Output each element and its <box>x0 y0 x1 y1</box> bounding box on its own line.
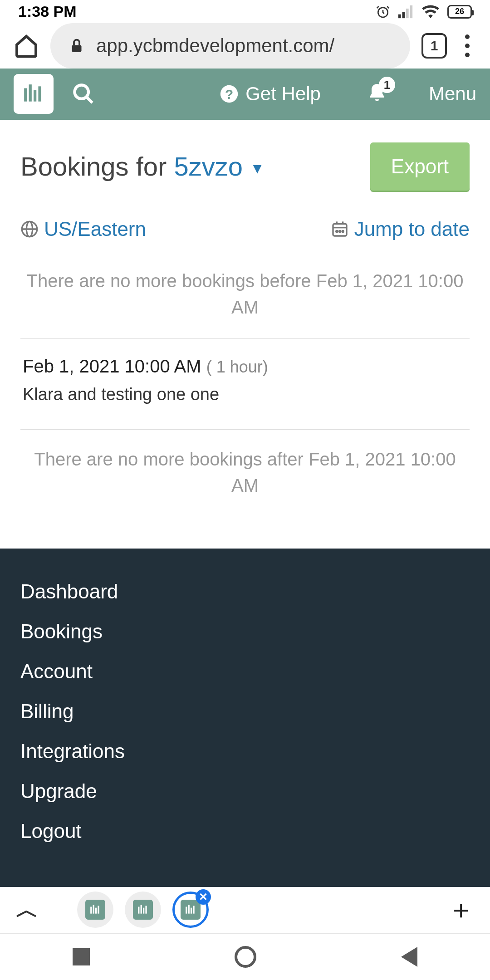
bars-logo-icon <box>137 904 149 916</box>
svg-rect-2 <box>402 12 405 18</box>
jump-to-date-link[interactable]: Jump to date <box>331 218 470 240</box>
alarm-icon <box>376 5 390 19</box>
export-button[interactable]: Export <box>370 142 470 191</box>
svg-rect-28 <box>138 907 139 914</box>
svg-rect-32 <box>186 907 187 914</box>
url-bar[interactable]: app.ycbmdevelopment.com/ <box>50 23 410 69</box>
url-text: app.ycbmdevelopment.com/ <box>96 35 334 57</box>
page-content: Bookings for 5zvzo ▼ Export US/Eastern J… <box>0 120 490 508</box>
svg-rect-9 <box>38 87 41 102</box>
notification-badge: 1 <box>379 77 395 93</box>
svg-point-22 <box>339 230 340 232</box>
android-back[interactable] <box>401 947 417 967</box>
jump-label: Jump to date <box>354 218 470 240</box>
footer-link-billing[interactable]: Billing <box>20 700 470 723</box>
tab-count-button[interactable]: 1 <box>421 33 447 59</box>
booking-item[interactable]: Feb 1, 2021 10:00 AM ( 1 hour) Klara and… <box>20 339 470 430</box>
expand-tabs-icon[interactable]: ︿ <box>16 895 39 925</box>
notifications-button[interactable]: 1 <box>366 82 388 106</box>
timezone-label: US/Eastern <box>44 218 146 240</box>
svg-rect-33 <box>188 905 190 914</box>
browser-tab-active[interactable]: ✕ <box>172 892 209 928</box>
chevron-down-icon: ▼ <box>250 160 265 176</box>
timezone-link[interactable]: US/Eastern <box>20 218 146 240</box>
footer-link-bookings[interactable]: Bookings <box>20 620 470 643</box>
svg-rect-3 <box>406 8 409 18</box>
browser-tab-2[interactable] <box>125 892 161 928</box>
calendar-icon <box>331 220 349 238</box>
svg-rect-8 <box>34 90 36 102</box>
page-title: Bookings for 5zvzo ▼ <box>20 151 265 181</box>
android-home[interactable] <box>235 946 256 968</box>
svg-rect-30 <box>143 908 144 914</box>
footer-link-logout[interactable]: Logout <box>20 820 470 843</box>
lock-icon <box>69 38 85 54</box>
get-help-link[interactable]: ? Get Help <box>220 83 321 105</box>
android-nav-bar <box>0 934 490 980</box>
svg-rect-24 <box>90 907 92 914</box>
svg-rect-1 <box>398 14 401 18</box>
footer-link-upgrade[interactable]: Upgrade <box>20 780 470 803</box>
status-time: 1:38 PM <box>18 3 77 20</box>
empty-before-message: There are no more bookings before Feb 1,… <box>20 268 470 329</box>
svg-rect-26 <box>95 908 97 914</box>
booking-description: Klara and testing one one <box>23 385 467 404</box>
browser-bar: app.ycbmdevelopment.com/ 1 <box>0 23 490 69</box>
svg-point-21 <box>336 230 337 232</box>
booking-duration: ( 1 hour) <box>206 358 268 376</box>
browser-menu-icon[interactable] <box>458 34 476 57</box>
svg-rect-29 <box>141 905 142 914</box>
footer-link-integrations[interactable]: Integrations <box>20 740 470 763</box>
svg-point-23 <box>342 230 343 232</box>
globe-icon <box>20 220 39 238</box>
svg-rect-27 <box>98 906 99 914</box>
svg-rect-31 <box>145 906 147 914</box>
app-header: ? Get Help 1 Menu <box>0 69 490 120</box>
help-icon: ? <box>220 84 239 103</box>
battery-level: 26 <box>455 7 464 16</box>
close-tab-icon[interactable]: ✕ <box>196 889 211 905</box>
battery-indicator: 26 <box>447 5 472 19</box>
svg-line-11 <box>87 97 93 103</box>
svg-rect-34 <box>191 908 192 914</box>
browser-tab-1[interactable] <box>77 892 113 928</box>
svg-rect-35 <box>193 906 194 914</box>
help-label: Get Help <box>245 83 321 105</box>
menu-button[interactable]: Menu <box>429 83 476 105</box>
svg-rect-7 <box>29 85 32 102</box>
bars-logo-icon <box>89 904 101 916</box>
svg-point-10 <box>75 85 88 99</box>
svg-rect-4 <box>410 5 413 18</box>
status-bar: 1:38 PM 26 <box>0 0 490 23</box>
status-icons: 26 <box>376 5 472 19</box>
title-prefix: Bookings for <box>20 152 174 181</box>
android-recent-apps[interactable] <box>73 948 90 965</box>
empty-after-message: There are no more bookings after Feb 1, … <box>20 446 470 508</box>
signal-icon <box>398 5 414 19</box>
svg-rect-25 <box>93 905 94 914</box>
footer-link-account[interactable]: Account <box>20 660 470 683</box>
search-icon[interactable] <box>72 82 95 106</box>
app-logo[interactable] <box>14 74 54 114</box>
bars-logo-icon <box>22 83 45 105</box>
svg-rect-6 <box>24 88 27 102</box>
wifi-icon <box>422 5 439 19</box>
svg-text:?: ? <box>225 87 233 102</box>
svg-rect-5 <box>72 45 82 52</box>
calendar-dropdown[interactable]: 5zvzo ▼ <box>174 152 265 181</box>
bars-logo-icon <box>185 904 196 916</box>
browser-tab-strip: ︿ ✕ ＋ <box>0 887 490 934</box>
footer-link-dashboard[interactable]: Dashboard <box>20 580 470 603</box>
home-icon[interactable] <box>14 33 39 59</box>
booking-datetime: Feb 1, 2021 10:00 AM <box>23 356 201 376</box>
new-tab-button[interactable]: ＋ <box>448 892 474 927</box>
footer-nav: Dashboard Bookings Account Billing Integ… <box>0 549 490 887</box>
